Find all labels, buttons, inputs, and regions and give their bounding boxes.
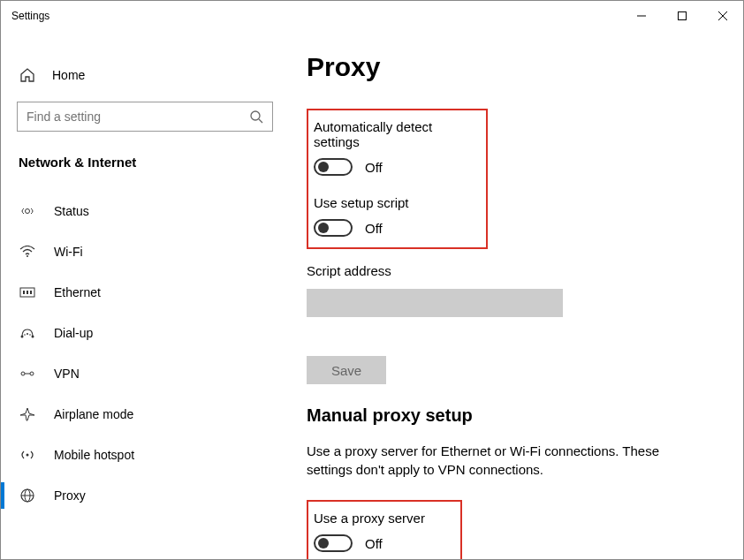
sidebar-item-label: Ethernet [54,285,101,299]
svg-rect-9 [23,291,25,294]
content: Proxy Automatically detect settings Off … [285,31,743,559]
setup-script-group: Use setup script Off [314,195,477,237]
maximize-button[interactable] [662,1,702,31]
setup-script-label: Use setup script [314,195,477,210]
close-button[interactable] [702,1,743,31]
script-address-label: Script address [307,263,717,278]
svg-line-5 [259,119,262,123]
page-title: Proxy [307,52,717,82]
svg-point-18 [30,372,34,375]
sidebar-item-label: Wi-Fi [54,245,83,259]
setup-script-state: Off [365,221,383,236]
sidebar-item-label: Status [54,204,89,218]
use-proxy-highlight: Use a proxy server Off [307,500,462,559]
vpn-icon [19,366,36,382]
svg-point-13 [32,336,34,338]
svg-point-14 [27,333,28,335]
nav: Status Wi-Fi Ethernet [1,191,285,516]
auto-proxy-highlight: Automatically detect settings Off Use se… [307,109,488,249]
use-proxy-label: Use a proxy server [314,511,452,526]
search-wrap [1,102,285,132]
use-proxy-toggle-row: Off [314,534,452,552]
minimize-icon [637,11,646,20]
sidebar-item-proxy[interactable]: Proxy [1,475,285,516]
sidebar-item-status[interactable]: Status [1,191,285,231]
titlebar: Settings [1,1,743,31]
auto-detect-group: Automatically detect settings Off [314,119,477,176]
svg-point-6 [26,209,30,214]
close-icon [718,11,727,20]
window-controls [621,1,743,31]
sidebar-item-label: Mobile hotspot [54,448,134,462]
svg-point-7 [27,255,28,257]
use-proxy-toggle[interactable] [314,534,353,552]
svg-rect-1 [679,12,687,20]
hotspot-icon [19,447,36,463]
auto-detect-state: Off [365,160,383,175]
sidebar-item-vpn[interactable]: VPN [1,353,285,394]
sidebar-item-label: Dial-up [54,326,93,340]
svg-point-15 [24,334,26,336]
svg-point-17 [21,372,25,375]
home-label: Home [52,68,85,82]
auto-detect-toggle-row: Off [314,158,477,176]
sidebar-item-airplane[interactable]: Airplane mode [1,394,285,435]
section-header: Network & Internet [1,146,285,178]
sidebar-item-dialup[interactable]: Dial-up [1,313,285,353]
sidebar-item-wifi[interactable]: Wi-Fi [1,231,285,272]
setup-script-toggle-row: Off [314,219,477,237]
script-address-group: Script address [307,263,717,317]
proxy-icon [19,488,36,503]
sidebar-item-label: Proxy [54,488,86,503]
dialup-icon [19,325,36,341]
search-icon [249,110,263,124]
svg-point-12 [21,336,24,338]
window-title: Settings [11,10,49,22]
settings-window: Settings Home [0,0,744,560]
airplane-icon [19,406,36,422]
manual-description: Use a proxy server for Ethernet or Wi-Fi… [307,442,695,479]
sidebar-item-hotspot[interactable]: Mobile hotspot [1,435,285,475]
auto-detect-toggle[interactable] [314,158,353,176]
svg-point-4 [251,111,260,120]
script-address-input[interactable] [307,289,563,317]
maximize-icon [678,11,687,20]
home-icon [19,66,36,84]
sidebar-item-label: Airplane mode [54,407,133,421]
sidebar-item-ethernet[interactable]: Ethernet [1,272,285,313]
wifi-icon [19,244,36,260]
body: Home Network & Internet Status [1,31,743,559]
auto-detect-label: Automatically detect settings [314,119,477,149]
home-link[interactable]: Home [1,56,285,95]
status-icon [19,203,36,219]
search-input[interactable] [27,110,249,124]
sidebar: Home Network & Internet Status [1,31,285,559]
svg-rect-11 [30,291,32,294]
svg-point-20 [27,454,29,457]
save-button[interactable]: Save [307,356,386,384]
setup-script-toggle[interactable] [314,219,353,237]
search-box[interactable] [17,102,273,132]
ethernet-icon [19,284,36,300]
manual-heading: Manual proxy setup [307,405,717,426]
sidebar-item-label: VPN [54,367,80,381]
use-proxy-state: Off [365,536,383,551]
svg-point-16 [29,334,31,336]
minimize-button[interactable] [621,1,662,31]
svg-rect-10 [27,291,28,294]
